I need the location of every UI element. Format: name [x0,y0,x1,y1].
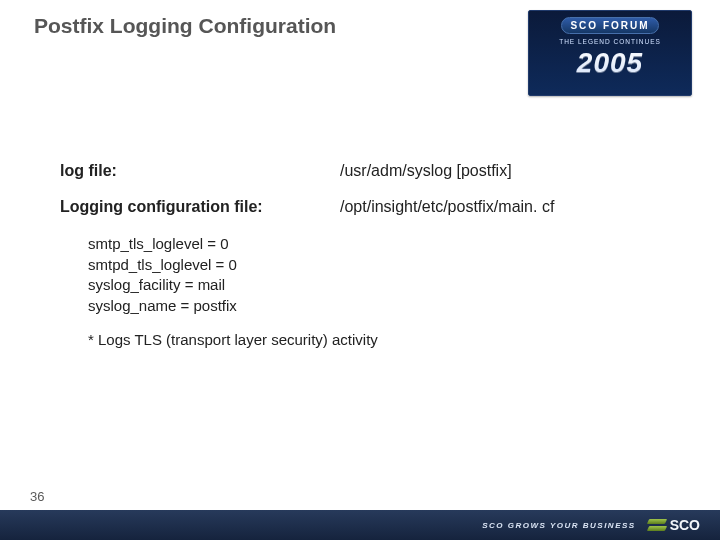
badge-tagline: THE LEGEND CONTINUES [529,38,691,45]
row-value: /usr/adm/syslog [postfix] [340,162,512,180]
footnote: * Logs TLS (transport layer security) ac… [88,331,660,348]
slide-title: Postfix Logging Configuration [34,14,336,38]
setting-line: syslog_facility = mail [88,275,660,296]
slide-body: log file: /usr/adm/syslog [postfix] Logg… [60,162,660,348]
settings-block: smtp_tls_loglevel = 0 smtpd_tls_loglevel… [88,234,660,317]
badge-forum-text: SCO FORUM [561,17,658,34]
row-value: /opt/insight/etc/postfix/main. cf [340,198,554,216]
content-row: log file: /usr/adm/syslog [postfix] [60,162,660,180]
slide-footer: SCO GROWS YOUR BUSINESS SCO [0,510,720,540]
row-label: log file: [60,162,340,180]
row-label: Logging configuration file: [60,198,340,216]
sco-logo-text: SCO [670,517,700,533]
slide-header: Postfix Logging Configuration SCO FORUM … [0,0,720,145]
sco-glyph-icon [648,519,666,531]
sco-forum-badge: SCO FORUM THE LEGEND CONTINUES 2005 [528,10,692,96]
setting-line: smtpd_tls_loglevel = 0 [88,255,660,276]
slide: Postfix Logging Configuration SCO FORUM … [0,0,720,540]
sco-logo: SCO [648,517,700,533]
footer-tagline: SCO GROWS YOUR BUSINESS [482,521,635,530]
setting-line: smtp_tls_loglevel = 0 [88,234,660,255]
badge-year: 2005 [529,47,691,79]
setting-line: syslog_name = postfix [88,296,660,317]
content-row: Logging configuration file: /opt/insight… [60,198,660,216]
page-number: 36 [30,484,44,510]
